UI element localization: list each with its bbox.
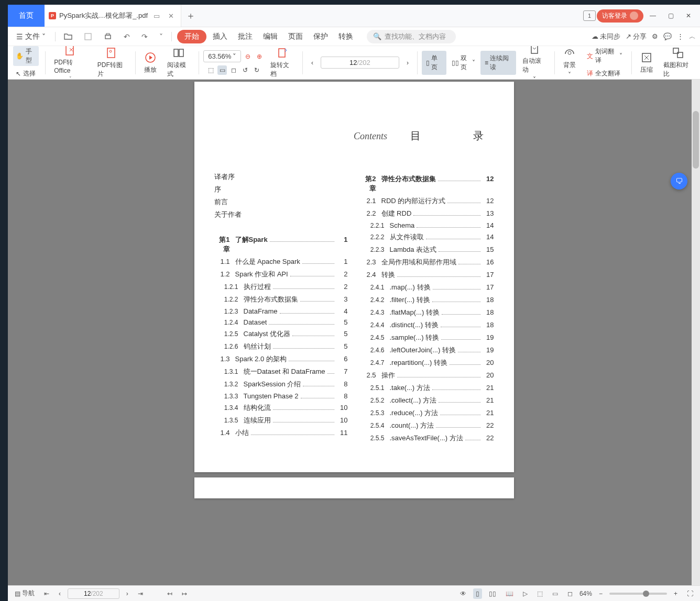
settings-icon[interactable]: ⚙	[652, 32, 658, 40]
forward-view-button[interactable]: ↦	[179, 588, 190, 599]
file-menu[interactable]: ☰ 文件 ˅	[12, 30, 50, 43]
svg-rect-8	[531, 46, 538, 53]
menu-开始[interactable]: 开始	[177, 30, 206, 43]
menu-批注[interactable]: 批注	[234, 30, 257, 43]
notification-badge[interactable]: 1	[583, 10, 596, 21]
hand-tool[interactable]: ✋手型	[13, 46, 39, 66]
fit-actual-icon[interactable]: ◻	[229, 65, 238, 75]
rotate-doc-button[interactable]: 旋转文档	[266, 46, 298, 80]
tab-window-icon[interactable]: ▭	[151, 12, 162, 20]
search-placeholder: 查找功能、文档内容	[385, 32, 446, 41]
sync-button[interactable]: ☁未同步	[592, 32, 620, 41]
rotate-right-icon[interactable]: ↻	[252, 65, 261, 75]
undo-icon[interactable]: ↶	[121, 30, 133, 43]
back-view-button[interactable]: ↤	[165, 588, 175, 599]
tab-close-icon[interactable]: ✕	[166, 12, 177, 20]
collapse-ribbon-icon[interactable]: ︿	[689, 32, 696, 41]
scrollbar-thumb[interactable]	[693, 111, 699, 169]
document-viewport[interactable]: Contents 目 录 译者序序前言关于作者第1章了解Spark11.1什么是…	[8, 80, 700, 585]
last-page-button[interactable]: ⇥	[135, 588, 146, 599]
continuous-button[interactable]: ≡连续阅读	[480, 51, 517, 75]
app-window: 首页 P PySpark实战…模化部署_.pdf ▭ ✕ ＋ 1 访客登录 — …	[8, 5, 700, 601]
prev-page-icon[interactable]: ‹	[307, 57, 318, 69]
menu-保护[interactable]: 保护	[309, 30, 332, 43]
status-fit3-icon[interactable]: ◻	[565, 588, 575, 599]
menu-编辑[interactable]: 编辑	[259, 30, 282, 43]
assistant-floating-button[interactable]: 🗨	[671, 173, 687, 190]
fit-width-icon[interactable]: ⬚	[206, 65, 215, 75]
pdf-to-image-button[interactable]: PDF转图片	[93, 46, 131, 80]
toc-line: 1.4小结11	[214, 428, 348, 438]
rotate-left-icon[interactable]: ↺	[240, 65, 250, 75]
status-page-input[interactable]: 12/202	[68, 588, 119, 599]
feedback-icon[interactable]: 💬	[663, 32, 672, 40]
toc-line: 2.4.2.filter(...) 转换18	[360, 295, 494, 305]
toc-front: 序	[214, 185, 348, 194]
page-input[interactable]: 12/202	[321, 57, 399, 69]
zoom-slider[interactable]	[609, 593, 667, 595]
zoom-slider-knob[interactable]	[643, 591, 649, 597]
toc-line: 2.2.1Schema14	[360, 221, 494, 229]
svg-point-5	[110, 50, 112, 52]
compress-button[interactable]: 压缩	[636, 50, 657, 76]
guest-login-button[interactable]: 访客登录	[597, 9, 643, 23]
select-tool[interactable]: ↖选择	[13, 68, 39, 79]
new-tab-button[interactable]: ＋	[181, 5, 200, 27]
tab-home[interactable]: 首页	[8, 5, 45, 27]
save-icon[interactable]	[81, 30, 95, 43]
crop-compare-button[interactable]: 截图和对比	[659, 46, 697, 80]
status-book-icon[interactable]: 📖	[503, 588, 516, 599]
nav-panel-button[interactable]: ▤导航	[12, 587, 37, 599]
status-zoom-out[interactable]: −	[596, 588, 605, 599]
status-fit2-icon[interactable]: ▭	[550, 588, 561, 599]
eye-protect-icon[interactable]: 👁	[457, 588, 469, 599]
svg-rect-1	[105, 35, 111, 39]
toc-line: 1.3Spark 2.0 的架构6	[214, 354, 348, 364]
more-icon[interactable]: ⋮	[677, 32, 684, 40]
fullscreen-icon[interactable]: ⛶	[684, 588, 696, 599]
menu-转换[interactable]: 转换	[334, 30, 357, 43]
close-button[interactable]: ✕	[680, 8, 697, 23]
history-dropdown-icon[interactable]: ˅	[156, 30, 166, 43]
single-page-button[interactable]: ▯单页	[422, 51, 446, 75]
prev-page-button[interactable]: ‹	[56, 588, 63, 599]
fit-page-icon[interactable]: ▭	[217, 65, 227, 75]
pdf-to-office-button[interactable]: PDF转Office˅	[50, 46, 91, 80]
zoom-in-icon[interactable]: ⊕	[255, 52, 264, 61]
maximize-button[interactable]: ▢	[662, 8, 679, 23]
double-page-button[interactable]: ▯▯双页˅	[447, 51, 479, 75]
zoom-dropdown[interactable]: 63.56% ˅	[203, 50, 241, 62]
status-double-icon[interactable]: ▯▯	[486, 588, 499, 599]
menu-页面[interactable]: 页面	[284, 30, 307, 43]
tab-document[interactable]: P PySpark实战…模化部署_.pdf ▭ ✕	[45, 5, 181, 27]
search-input[interactable]: 🔍 查找功能、文档内容	[367, 30, 456, 43]
document-title: PySpark实战…模化部署_.pdf	[59, 11, 148, 20]
next-page-button[interactable]: ›	[124, 588, 131, 599]
full-translate-button[interactable]: 译全文翻译	[584, 68, 625, 79]
next-page-icon[interactable]: ›	[402, 57, 413, 69]
first-page-button[interactable]: ⇤	[41, 588, 52, 599]
status-zoom-in[interactable]: +	[671, 588, 680, 599]
toc-line: 2.5.2.collect(...) 方法21	[360, 396, 494, 405]
play-button[interactable]: 播放	[140, 50, 161, 76]
status-zoom-value: 64%	[579, 590, 592, 597]
toc-line: 2.4.6.leftOuterJoin(...) 转换19	[360, 346, 494, 355]
status-play-icon[interactable]: ▷	[520, 588, 530, 599]
read-mode-button[interactable]: 阅读模式	[163, 46, 195, 80]
vertical-scrollbar[interactable]	[692, 80, 700, 585]
status-fit1-icon[interactable]: ⬚	[534, 588, 545, 599]
double-page-icon: ▯▯	[452, 59, 459, 66]
word-translate-button[interactable]: 文划词翻译˅	[584, 46, 625, 66]
open-icon[interactable]	[61, 30, 75, 43]
toc-line: 2.5.1.take(...) 方法21	[360, 383, 494, 393]
menu-插入[interactable]: 插入	[209, 30, 232, 43]
print-icon[interactable]	[101, 30, 115, 43]
auto-scroll-button[interactable]: 自动滚动˅	[518, 46, 550, 80]
redo-icon[interactable]: ↷	[138, 30, 151, 43]
background-button[interactable]: 背景˅	[559, 46, 580, 80]
status-single-icon[interactable]: ▯	[473, 588, 482, 599]
minimize-button[interactable]: —	[644, 8, 661, 23]
zoom-out-icon[interactable]: ⊖	[243, 52, 253, 61]
pdf-page: Contents 目 录 译者序序前言关于作者第1章了解Spark11.1什么是…	[194, 82, 514, 472]
share-button[interactable]: ↗分享	[626, 32, 647, 41]
